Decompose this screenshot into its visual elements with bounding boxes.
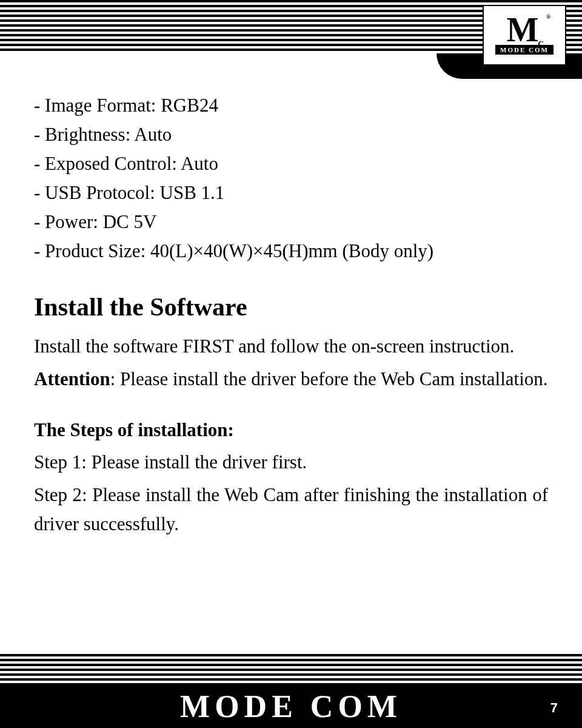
- logo-mark: MC ®: [507, 16, 543, 45]
- spec-item: - Image Format: RGB24: [34, 91, 548, 120]
- spec-item: - USB Protocol: USB 1.1: [34, 178, 548, 207]
- footer-brand: MODE COM: [180, 689, 402, 724]
- attention-text: : Please install the driver before the W…: [110, 368, 548, 389]
- step-1: Step 1: Please install the driver first.: [34, 448, 548, 477]
- attention-label: Attention: [34, 368, 110, 389]
- install-heading: Install the Software: [34, 288, 548, 327]
- page-content: - Image Format: RGB24 - Brightness: Auto…: [34, 91, 548, 542]
- spec-item: - Exposed Control: Auto: [34, 149, 548, 178]
- logo-letter-c: C: [538, 40, 543, 49]
- registered-icon: ®: [546, 15, 549, 20]
- spec-item: - Brightness: Auto: [34, 120, 548, 149]
- install-attention: Attention: Please install the driver bef…: [34, 365, 548, 394]
- bottom-stripe-band: [0, 654, 582, 684]
- brand-logo-box: MC ® MODE COM: [483, 5, 566, 66]
- spec-item: - Product Size: 40(L)×40(W)×45(H)mm (Bod…: [34, 237, 548, 266]
- step-2: Step 2: Please install the Web Cam after…: [34, 480, 548, 539]
- page-number: 7: [550, 700, 558, 716]
- footer-bar: MODE COM 7: [0, 684, 582, 728]
- install-intro: Install the software FIRST and follow th…: [34, 332, 548, 361]
- logo-letter-m: M: [507, 11, 538, 49]
- spec-list: - Image Format: RGB24 - Brightness: Auto…: [34, 91, 548, 266]
- spec-item: - Power: DC 5V: [34, 207, 548, 237]
- steps-heading: The Steps of installation:: [34, 416, 548, 445]
